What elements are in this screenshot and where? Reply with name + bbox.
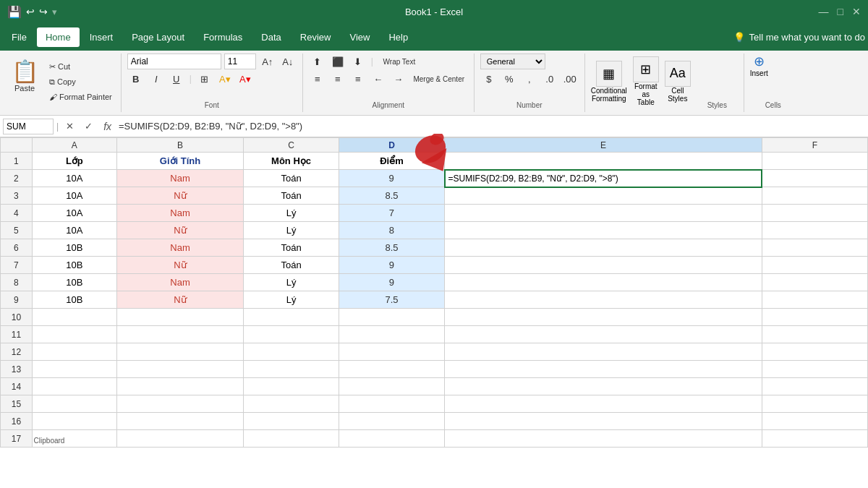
cell-c3[interactable]: Toán	[244, 187, 339, 205]
col-header-a[interactable]: A	[32, 138, 116, 153]
cell-b2[interactable]: Nam	[116, 170, 243, 187]
cell-b1[interactable]: Giới Tính	[116, 153, 243, 170]
cell-d13[interactable]	[339, 361, 444, 378]
cell-c6[interactable]: Toán	[244, 239, 339, 257]
cell-f9[interactable]	[762, 291, 867, 309]
cell-b3[interactable]: Nữ	[116, 187, 243, 205]
name-box[interactable]	[3, 119, 54, 134]
decrease-font-button[interactable]: A↓	[279, 53, 297, 69]
cell-e4[interactable]	[445, 205, 762, 222]
redo-icon[interactable]: ↪	[39, 6, 48, 17]
cell-e9[interactable]	[445, 291, 762, 309]
cell-b5[interactable]: Nữ	[116, 222, 243, 239]
menu-home[interactable]: Home	[37, 27, 80, 47]
font-color-button[interactable]: A▾	[237, 71, 254, 87]
cell-c2[interactable]: Toán	[244, 170, 339, 187]
cell-f1[interactable]	[762, 153, 867, 170]
cell-c11[interactable]	[244, 326, 339, 343]
border-button[interactable]: ⊞	[196, 71, 213, 87]
cell-f13[interactable]	[762, 361, 867, 378]
cell-f8[interactable]	[762, 274, 867, 291]
cell-e13[interactable]	[445, 361, 762, 378]
cell-c8[interactable]: Lý	[244, 274, 339, 291]
font-size-input[interactable]	[224, 53, 256, 69]
cell-f16[interactable]	[762, 413, 867, 430]
number-format-select[interactable]: General Number Currency	[480, 53, 545, 69]
cancel-formula-button[interactable]: ✕	[61, 119, 77, 134]
cell-b13[interactable]	[116, 361, 243, 378]
cell-f2[interactable]	[762, 170, 867, 187]
insert-button[interactable]: ⊕ Insert	[750, 53, 768, 77]
cell-e10[interactable]	[445, 309, 762, 326]
cell-styles-button[interactable]: Aa CellStyles	[665, 61, 691, 103]
cell-d8[interactable]: 9	[339, 274, 444, 291]
cell-e16[interactable]	[445, 413, 762, 430]
cell-d16[interactable]	[339, 413, 444, 430]
format-as-table-button[interactable]: ⊞ Format asTable	[633, 56, 659, 106]
cell-c1[interactable]: Môn Học	[244, 153, 339, 170]
cell-d10[interactable]	[339, 309, 444, 326]
cell-c15[interactable]	[244, 395, 339, 413]
align-left-button[interactable]: ≡	[309, 71, 326, 87]
conditional-formatting-button[interactable]: ▦ ConditionalFormatting	[591, 61, 627, 103]
fill-color-button[interactable]: A▾	[216, 71, 234, 87]
cell-b16[interactable]	[116, 413, 243, 430]
increase-indent-button[interactable]: →	[390, 71, 407, 87]
cell-f3[interactable]	[762, 187, 867, 205]
cell-e1[interactable]	[445, 153, 762, 170]
wrap-text-button[interactable]: Wrap Text	[378, 53, 421, 69]
confirm-formula-button[interactable]: ✓	[80, 119, 96, 134]
cell-b11[interactable]	[116, 326, 243, 343]
cell-a5[interactable]: 10A	[32, 222, 116, 239]
cell-f7[interactable]	[762, 257, 867, 274]
align-bottom-button[interactable]: ⬇	[349, 53, 367, 69]
cell-f4[interactable]	[762, 205, 867, 222]
cell-a10[interactable]	[32, 309, 116, 326]
cell-e11[interactable]	[445, 326, 762, 343]
cell-a12[interactable]	[32, 343, 116, 361]
cell-c17[interactable]	[244, 430, 339, 448]
cell-f15[interactable]	[762, 395, 867, 413]
cell-b4[interactable]: Nam	[116, 205, 243, 222]
save-icon[interactable]: 💾	[7, 5, 22, 19]
percent-button[interactable]: %	[501, 71, 518, 87]
menu-view[interactable]: View	[341, 27, 378, 47]
cell-d14[interactable]	[339, 378, 444, 395]
menu-insert[interactable]: Insert	[81, 27, 122, 47]
cell-b12[interactable]	[116, 343, 243, 361]
bold-button[interactable]: B	[127, 71, 145, 87]
paste-button[interactable]: 📋 Paste	[6, 53, 43, 97]
cell-f11[interactable]	[762, 326, 867, 343]
menu-data[interactable]: Data	[252, 27, 289, 47]
cell-c7[interactable]: Toán	[244, 257, 339, 274]
increase-decimal-button[interactable]: .00	[561, 71, 579, 87]
cell-a6[interactable]: 10B	[32, 239, 116, 257]
cell-b17[interactable]	[116, 430, 243, 448]
comma-button[interactable]: ,	[521, 71, 538, 87]
cell-f14[interactable]	[762, 378, 867, 395]
cell-b10[interactable]	[116, 309, 243, 326]
cell-c10[interactable]	[244, 309, 339, 326]
copy-button[interactable]: ⧉ Copy	[46, 76, 115, 88]
cell-c16[interactable]	[244, 413, 339, 430]
cell-e14[interactable]	[445, 378, 762, 395]
cell-d6[interactable]: 8.5	[339, 239, 444, 257]
cell-a7[interactable]: 10B	[32, 257, 116, 274]
cell-e12[interactable]	[445, 343, 762, 361]
format-painter-button[interactable]: 🖌 Format Painter	[46, 91, 115, 103]
cell-f6[interactable]	[762, 239, 867, 257]
cell-c5[interactable]: Lý	[244, 222, 339, 239]
increase-font-button[interactable]: A↑	[259, 53, 276, 69]
col-header-e[interactable]: E	[445, 138, 762, 153]
cell-b8[interactable]: Nam	[116, 274, 243, 291]
cell-a1[interactable]: Lớp	[32, 153, 116, 170]
menu-help[interactable]: Help	[380, 27, 417, 47]
cell-d1[interactable]: Điểm	[339, 153, 444, 170]
cell-f5[interactable]	[762, 222, 867, 239]
decrease-indent-button[interactable]: ←	[370, 71, 387, 87]
col-header-b[interactable]: B	[116, 138, 243, 153]
cell-d17[interactable]	[339, 430, 444, 448]
cell-d2[interactable]: 9	[339, 170, 444, 187]
undo-icon[interactable]: ↩	[26, 6, 35, 17]
cell-a16[interactable]	[32, 413, 116, 430]
